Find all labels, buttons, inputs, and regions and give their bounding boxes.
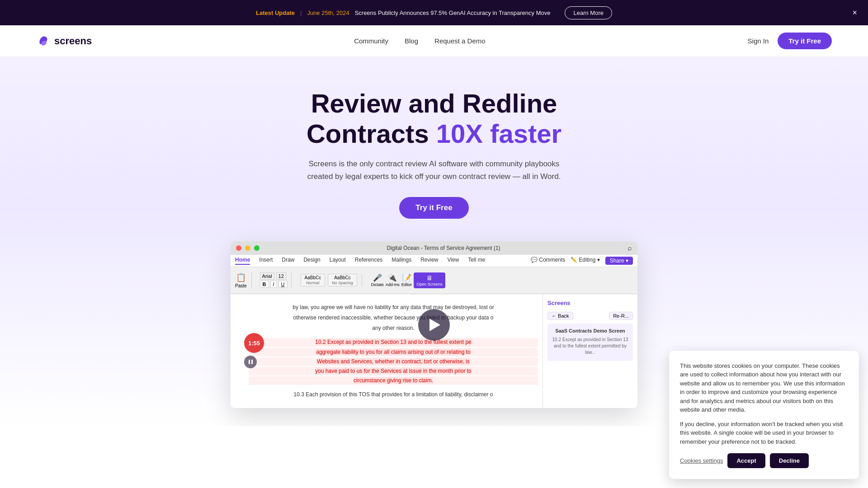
logo-text: screens xyxy=(54,35,92,47)
banner-date: June 25th, 2024 xyxy=(307,9,349,16)
content-line1: by law, you agree we will have no liabil… xyxy=(249,303,538,312)
screens-pane-title: Screens xyxy=(547,299,633,308)
nav-blog[interactable]: Blog xyxy=(405,37,418,45)
content-line3: any other reason. xyxy=(249,324,538,333)
banner-separator: | xyxy=(300,9,302,16)
content-highlighted-5: circumstance giving rise to claim. xyxy=(249,376,538,385)
logo-area[interactable]: screens xyxy=(36,34,92,48)
word-tab-draw[interactable]: Draw xyxy=(282,257,294,265)
ribbon-styles: AaBbCcNormal AaBbCcNo Spacing xyxy=(296,274,362,286)
word-tab-tellme[interactable]: Tell me xyxy=(468,257,485,265)
content-highlighted-2: aggregate liability to you for all claim… xyxy=(249,348,538,357)
word-title-text: Digital Ocean - Terms of Service Agreeme… xyxy=(387,245,500,251)
pause-bar-1 xyxy=(249,360,250,364)
hero-title-purple: 10X faster xyxy=(436,119,561,148)
sign-in-button[interactable]: Sign In xyxy=(748,37,769,45)
font-format-buttons: B I U xyxy=(260,281,288,288)
content-highlighted-3: Websites and Services, whether in contra… xyxy=(249,357,538,366)
word-tab-references[interactable]: References xyxy=(355,257,382,265)
word-tab-mailings[interactable]: Mailings xyxy=(392,257,411,265)
content-highlighted-4: you have paid to us for the Services at … xyxy=(249,367,538,375)
underline-button[interactable]: U xyxy=(278,281,288,288)
nav-request-demo[interactable]: Request a Demo xyxy=(434,37,486,45)
nav-community[interactable]: Community xyxy=(354,37,388,45)
maximize-window-icon[interactable] xyxy=(254,245,259,251)
dictate-tool[interactable]: 🎤 Dictate xyxy=(371,273,384,287)
bold-button[interactable]: B xyxy=(260,281,269,288)
banner-text: Screens Publicly Announces 97.5% GenAI A… xyxy=(355,9,551,16)
hero-title: Review and Redline Contracts 10X faster xyxy=(9,89,859,149)
word-search-icon[interactable]: ⌕ xyxy=(627,244,632,252)
pause-bar-2 xyxy=(251,360,253,364)
demo-screen-card: SaaS Contracts Demo Screen 10.2 Except a… xyxy=(547,324,633,361)
style-no-spacing[interactable]: AaBbCcNo Spacing xyxy=(328,274,357,286)
word-right-actions: 💬 Comments ✏️ Editing ▾ Share ▾ xyxy=(531,257,633,265)
play-button-overlay[interactable] xyxy=(418,309,450,341)
close-window-icon[interactable] xyxy=(236,245,241,251)
word-tab-home[interactable]: Home xyxy=(235,257,250,265)
editing-dropdown[interactable]: ✏️ Editing ▾ xyxy=(571,257,599,265)
word-tab-bar: Home Insert Draw Design Layout Reference… xyxy=(231,255,637,267)
pause-button[interactable] xyxy=(244,356,257,368)
banner-close-button[interactable]: × xyxy=(850,6,859,19)
hero-title-line2-plain: Contracts xyxy=(307,119,436,148)
back-button[interactable]: ← Back xyxy=(547,312,573,320)
word-tab-insert[interactable]: Insert xyxy=(259,257,273,265)
rerun-button[interactable]: Re-R... xyxy=(609,312,633,320)
navbar: screens Community Blog Request a Demo Si… xyxy=(0,25,868,57)
try-it-free-nav-button[interactable]: Try it Free xyxy=(778,33,832,49)
demo-screen-card-text: 10.2 Except as provided in Section 13 an… xyxy=(551,337,629,356)
word-tab-view[interactable]: View xyxy=(448,257,459,265)
add-ins-tool[interactable]: 🔌 Add-Ins xyxy=(386,273,400,287)
demo-screen-card-title: SaaS Contracts Demo Screen xyxy=(551,327,629,335)
screens-pane-controls: ← Back Re-R... xyxy=(547,312,633,320)
cookie-text-2: If you decline, your information won't b… xyxy=(680,420,848,427)
hero-subtitle: Screens is the only contract review AI s… xyxy=(298,158,570,182)
minimize-window-icon[interactable] xyxy=(245,245,250,251)
editor-tool[interactable]: 📝 Editor xyxy=(401,273,412,287)
font-size-select[interactable]: 12 xyxy=(276,272,286,280)
latest-update-label: Latest Update xyxy=(256,9,295,16)
style-normal[interactable]: AaBbCcNormal xyxy=(301,274,326,286)
pause-icon xyxy=(249,360,253,364)
ribbon-paste[interactable]: 📋 Paste xyxy=(235,272,252,288)
cookie-text-1: This website stores cookies on your comp… xyxy=(680,361,848,414)
comments-button[interactable]: 💬 Comments xyxy=(531,257,565,265)
content-line4: 10.3 Each provision of this TOS that pro… xyxy=(249,390,538,399)
ribbon-font-controls: Arial 12 B I U xyxy=(256,272,292,288)
word-tab-layout[interactable]: Layout xyxy=(330,257,346,265)
window-controls xyxy=(236,245,259,251)
screens-side-pane: Screens ← Back Re-R... SaaS Contracts De… xyxy=(542,294,637,408)
word-tab-design[interactable]: Design xyxy=(303,257,320,265)
hero-cta-button[interactable]: Try it Free xyxy=(399,197,468,219)
word-title-bar: Digital Ocean - Terms of Service Agreeme… xyxy=(231,241,637,255)
screens-logo-icon xyxy=(36,34,51,48)
content-line2: otherwise rendered inaccessible, whether… xyxy=(249,314,538,322)
cookie-banner: This website stores cookies on your comp… xyxy=(669,351,859,427)
open-screens-tool[interactable]: 🖥 Open Screens xyxy=(414,272,445,288)
content-highlighted-1: 10.2 Except as provided in Section 13 an… xyxy=(249,338,538,347)
word-ribbon: 📋 Paste Arial 12 B I U AaBbCcNormal xyxy=(231,267,637,294)
screenshot-area: Digital Ocean - Terms of Service Agreeme… xyxy=(231,241,637,408)
timer-badge: 1:55 xyxy=(244,333,264,353)
word-tab-review[interactable]: Review xyxy=(420,257,438,265)
learn-more-button[interactable]: Learn More xyxy=(565,6,612,19)
nav-links: Community Blog Request a Demo xyxy=(354,37,485,45)
timer-value: 1:55 xyxy=(248,340,260,346)
ribbon-right-tools: 🎤 Dictate 🔌 Add-Ins 📝 Editor 🖥 Open Scre… xyxy=(367,272,450,288)
play-triangle-icon xyxy=(429,319,440,331)
banner-content: Latest Update | June 25th, 2024 Screens … xyxy=(9,6,859,19)
nav-actions: Sign In Try it Free xyxy=(748,33,832,49)
font-family-select[interactable]: Arial xyxy=(260,272,274,280)
font-name-size: Arial 12 xyxy=(260,272,288,280)
share-button[interactable]: Share ▾ xyxy=(605,257,633,265)
italic-button[interactable]: I xyxy=(270,281,277,288)
announcement-banner: Latest Update | June 25th, 2024 Screens … xyxy=(0,0,868,25)
hero-title-line1: Review and Redline xyxy=(311,89,557,118)
